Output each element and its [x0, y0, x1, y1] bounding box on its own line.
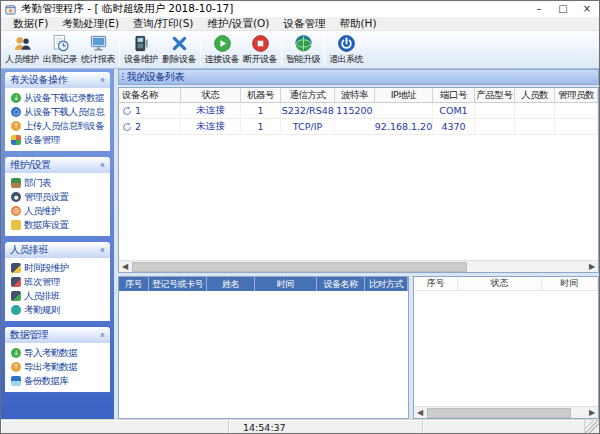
sidebar-section-maintain: 维护/设置 » 部门表 管理员设置 人员维护 — [5, 157, 110, 236]
menu-query-print[interactable]: 查询/打印(S) — [126, 17, 200, 31]
col-seq[interactable]: 序号 — [414, 277, 458, 290]
status-table-hscrollbar[interactable]: ◀ ▶ — [414, 406, 598, 418]
exit-system-icon — [337, 34, 356, 53]
toolbar-person-maintain[interactable]: 人员维护 — [3, 32, 41, 68]
menu-attendance-process[interactable]: 考勤处理(E) — [55, 17, 126, 31]
device-table-header: 设备名称 状态 机器号 通信方式 波特率 IP地址 端口号 产品型号 人员数 管… — [119, 88, 598, 103]
sidebar-item-database-settings[interactable]: 数据库设置 — [8, 218, 108, 232]
menu-data[interactable]: 数据(F) — [6, 17, 55, 31]
toolbar-smart-upgrade[interactable]: 智能升级 — [284, 32, 322, 68]
toolbar-exit-system[interactable]: 退出系统 — [327, 32, 365, 68]
col-ip-address[interactable]: IP地址 — [375, 88, 433, 102]
sidebar-item-download-person[interactable]: 从设备下载人员信息 — [8, 105, 108, 119]
time-period-icon — [11, 263, 21, 273]
toolbar-separator — [281, 34, 282, 66]
col-person-count[interactable]: 人员数 — [515, 88, 555, 102]
realtime-record-table: 序号 登记号或卡号 姓名 时间 设备名称 比对方式 — [118, 276, 409, 419]
clock-text: 14:54:37 — [243, 422, 286, 433]
device-status-table: 序号 状态 时间 ◀ ▶ — [413, 276, 599, 419]
sidebar-item-upload-person[interactable]: 上传人员信息到设备 — [8, 119, 108, 133]
toolbar-separator — [119, 34, 120, 66]
sidebar-item-time-period[interactable]: 时间段维护 — [8, 261, 108, 275]
chevron-collapse-icon: » — [97, 77, 107, 83]
col-seq[interactable]: 序号 — [119, 277, 149, 291]
scroll-right-icon[interactable]: ▶ — [586, 261, 598, 273]
col-time[interactable]: 时间 — [255, 277, 317, 291]
col-machine-no[interactable]: 机器号 — [241, 88, 281, 102]
device-table-hscrollbar[interactable]: ◀ ▶ — [119, 260, 598, 272]
sidebar-item-download-records[interactable]: 从设备下载记录数据 — [8, 91, 108, 105]
attendance-record-icon — [51, 34, 70, 53]
toolbar-report[interactable]: 统计报表 — [79, 32, 117, 68]
device-row-2[interactable]: 2 未连接 1 TCP/IP 192.168.1.201 4370 — [119, 119, 598, 135]
sidebar-item-shift-manage[interactable]: 班次管理 — [8, 275, 108, 289]
toolbar-separator — [200, 34, 201, 66]
toolbar-device-maintain[interactable]: 设备维护 — [122, 32, 160, 68]
person-maintain-icon — [11, 206, 21, 216]
sidebar-item-export-data[interactable]: 导出考勤数据 — [8, 360, 108, 374]
col-port[interactable]: 端口号 — [433, 88, 475, 102]
toolbar-delete-device[interactable]: 删除设备 — [160, 32, 198, 68]
col-baud-rate[interactable]: 波特率 — [335, 88, 375, 102]
col-status[interactable]: 状态 — [181, 88, 241, 102]
status-segment-time: 14:54:37 — [229, 420, 423, 434]
toolbar-connect-device[interactable]: 连接设备 — [203, 32, 241, 68]
scrollbar-thumb[interactable] — [427, 408, 571, 418]
sidebar-section-device-ops: 有关设备操作 » 从设备下载记录数据 从设备下载人员信息 上传人员信息到设备 — [5, 72, 110, 151]
chevron-collapse-icon: » — [97, 332, 107, 338]
close-button[interactable]: × — [575, 1, 599, 17]
col-enroll-or-card[interactable]: 登记号或卡号 — [149, 277, 207, 291]
col-name[interactable]: 姓名 — [207, 277, 255, 291]
maximize-button[interactable]: □ — [551, 1, 575, 17]
scrollbar-thumb[interactable] — [132, 262, 467, 272]
sidebar-item-department[interactable]: 部门表 — [8, 176, 108, 190]
menu-device-manage[interactable]: 设备管理 — [276, 17, 332, 31]
device-manage-icon — [11, 135, 21, 145]
report-icon — [89, 34, 108, 53]
sidebar-section-data: 数据管理 » 导入考勤数据 导出考勤数据 备份数据库 — [5, 327, 110, 392]
database-settings-icon — [11, 220, 21, 230]
scroll-right-icon[interactable]: ▶ — [586, 407, 598, 419]
sidebar-item-admin-settings[interactable]: 管理员设置 — [8, 190, 108, 204]
col-time[interactable]: 时间 — [542, 277, 598, 290]
people-icon — [13, 34, 32, 53]
delete-device-icon — [170, 34, 189, 53]
section-header-data[interactable]: 数据管理 » — [5, 327, 110, 343]
sidebar-item-import-data[interactable]: 导入考勤数据 — [8, 346, 108, 360]
scroll-left-icon[interactable]: ◀ — [119, 261, 131, 273]
scroll-left-icon[interactable]: ◀ — [414, 407, 426, 419]
col-device-name[interactable]: 设备名称 — [119, 88, 181, 102]
toolbar-attendance-record[interactable]: 出勤记录 — [41, 32, 79, 68]
col-admin-count[interactable]: 管理员数 — [555, 88, 598, 102]
toolbar-disconnect-device[interactable]: 断开设备 — [241, 32, 279, 68]
backup-database-icon — [11, 376, 21, 386]
sidebar-item-person-maintain[interactable]: 人员维护 — [8, 204, 108, 218]
sidebar-item-backup-database[interactable]: 备份数据库 — [8, 374, 108, 388]
shift-manage-icon — [11, 277, 21, 287]
main-panel: 我的设备列表 设备名称 状态 机器号 通信方式 波特率 IP地址 端口号 产品型… — [118, 69, 599, 419]
section-header-device-ops[interactable]: 有关设备操作 » — [5, 72, 110, 88]
device-refresh-icon — [122, 106, 132, 116]
col-status[interactable]: 状态 — [458, 277, 542, 290]
col-device-name[interactable]: 设备名称 — [317, 277, 365, 291]
sidebar-item-device-manage[interactable]: 设备管理 — [8, 133, 108, 147]
section-header-maintain[interactable]: 维护/设置 » — [5, 157, 110, 173]
record-table-header: 序号 登记号或卡号 姓名 时间 设备名称 比对方式 — [119, 277, 408, 291]
device-table-empty-area — [119, 135, 598, 260]
export-data-icon — [11, 362, 21, 372]
smart-upgrade-icon — [294, 34, 313, 53]
resize-grip[interactable] — [585, 420, 599, 434]
sidebar-item-attendance-rule[interactable]: 考勤规则 — [8, 303, 108, 317]
menu-maintain-settings[interactable]: 维护/设置(O) — [200, 17, 276, 31]
col-verify-mode[interactable]: 比对方式 — [365, 277, 408, 291]
col-comm-mode[interactable]: 通信方式 — [281, 88, 335, 102]
section-header-schedule[interactable]: 人员排班 » — [5, 242, 110, 258]
sidebar-item-person-schedule[interactable]: 人员排班 — [8, 289, 108, 303]
download-record-icon — [11, 93, 21, 103]
device-row-1[interactable]: 1 未连接 1 RS232/RS485 115200 COM1 — [119, 103, 598, 119]
col-product-model[interactable]: 产品型号 — [475, 88, 515, 102]
minimize-button[interactable]: – — [527, 1, 551, 17]
status-segment — [1, 420, 229, 434]
menu-help[interactable]: 帮助(H) — [332, 17, 383, 31]
app-window: 考勤管理程序 - [ 临时超级用户 2018-10-17] – □ × 数据(F… — [0, 0, 600, 434]
